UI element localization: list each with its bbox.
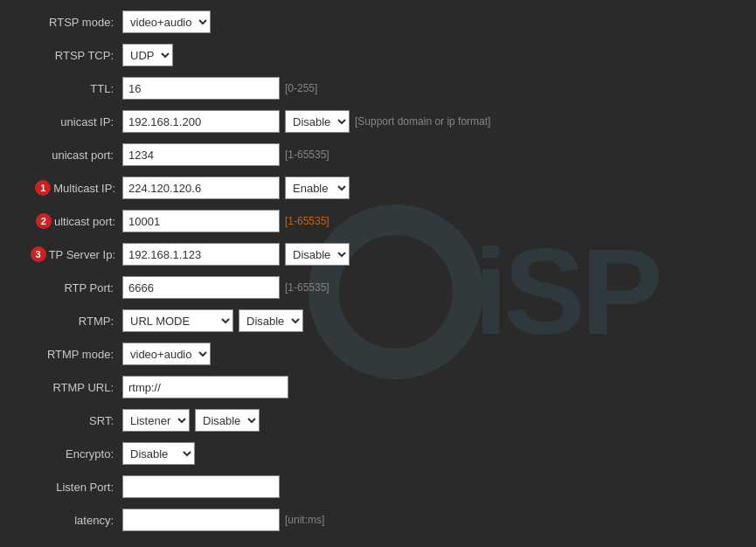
multicast-port-label-group: 2 ulticast port: <box>17 213 122 229</box>
multicast-ip-row: 1 Multicast IP: Enable Disable <box>17 175 739 201</box>
rtp-server-badge: 3 <box>31 246 46 262</box>
rtmp-enable-select[interactable]: Disable Enable <box>239 309 303 332</box>
rtmp-mode-label: RTMP mode: <box>17 348 122 361</box>
multicast-port-label: ulticast port: <box>54 215 115 228</box>
multicast-ip-input[interactable] <box>122 177 280 199</box>
rtmp-url-row: RTMP URL: <box>17 374 739 400</box>
listen-port-row: Listen Port: <box>17 474 739 500</box>
encrypto-select[interactable]: Disable AES-128 AES-256 <box>122 442 195 465</box>
rtmp-url-label: RTMP URL: <box>17 381 122 394</box>
multicast-port-row: 2 ulticast port: [1-65535] <box>17 208 739 234</box>
unicast-ip-input[interactable] <box>122 110 280 133</box>
rtsp-tcp-select[interactable]: UDP TCP <box>122 44 173 66</box>
unicast-port-label: unicast port: <box>17 149 122 162</box>
multicast-port-input[interactable] <box>122 210 280 232</box>
latency-hint: [unit:ms] <box>285 514 324 526</box>
rtp-port-hint: [1-65535] <box>285 281 329 294</box>
latency-label: latency: <box>17 514 122 527</box>
rtp-server-select[interactable]: Disable Enable <box>285 243 350 266</box>
rtsp-tcp-label: RTSP TCP: <box>17 49 122 62</box>
unicast-ip-row: unicast IP: Disable Enable [Support doma… <box>17 108 739 135</box>
unicast-ip-label: unicast IP: <box>17 115 122 128</box>
rtmp-mode-select[interactable]: URL MODE STREAM MODE <box>122 309 233 332</box>
srt-label: SRT: <box>17 414 122 427</box>
ttl-label: TTL: <box>17 82 122 95</box>
rtsp-mode-select[interactable]: video+audio video only audio only <box>122 10 211 33</box>
ttl-hint: [0-255] <box>285 82 317 94</box>
apply-row: Apply 4 <box>17 542 739 547</box>
rtmp-mode-row: RTMP mode: video+audio video only audio … <box>17 341 739 367</box>
ttl-row: TTL: [0-255] <box>17 75 739 101</box>
multicast-port-hint: [1-65535] <box>285 215 329 227</box>
encrypto-row: Encrypto: Disable AES-128 AES-256 <box>17 440 739 467</box>
rtsp-mode-label: RTSP mode: <box>17 16 122 29</box>
rtmp-row: RTMP: URL MODE STREAM MODE Disable Enabl… <box>17 308 739 334</box>
listen-port-input[interactable] <box>122 475 280 498</box>
rtp-server-row: 3 TP Server Ip: Disable Enable <box>17 241 739 267</box>
unicast-ip-select[interactable]: Disable Enable <box>285 110 350 133</box>
rtmp-mode-audio-select[interactable]: video+audio video only audio only <box>122 343 211 365</box>
rtp-port-label: RTP Port: <box>17 281 122 294</box>
srt-row: SRT: Listener Caller Disable Enable <box>17 407 739 433</box>
rtmp-label: RTMP: <box>17 315 122 328</box>
multicast-ip-badge: 1 <box>35 180 51 196</box>
rtp-server-label-group: 3 TP Server Ip: <box>17 246 122 262</box>
unicast-port-row: unicast port: [1-65535] <box>17 142 739 168</box>
encrypto-label: Encrypto: <box>17 447 122 460</box>
rtp-server-input[interactable] <box>122 243 280 266</box>
rtp-port-input[interactable] <box>122 276 280 299</box>
multicast-ip-select[interactable]: Enable Disable <box>285 177 350 199</box>
srt-mode-select[interactable]: Listener Caller <box>122 409 190 432</box>
listen-port-label: Listen Port: <box>17 481 122 494</box>
unicast-ip-hint: [Support domain or ip format] <box>355 115 490 128</box>
rtmp-url-input[interactable] <box>122 376 288 398</box>
rtsp-tcp-row: RTSP TCP: UDP TCP <box>17 42 739 68</box>
multicast-ip-label-group: 1 Multicast IP: <box>17 180 122 196</box>
unicast-port-hint: [1-65535] <box>285 149 329 161</box>
latency-input[interactable] <box>122 509 280 531</box>
rtp-port-row: RTP Port: [1-65535] <box>17 274 739 301</box>
multicast-port-badge: 2 <box>36 213 52 229</box>
rtsp-mode-row: RTSP mode: video+audio video only audio … <box>17 9 739 35</box>
ttl-input[interactable] <box>122 77 280 100</box>
unicast-port-input[interactable] <box>122 143 280 166</box>
rtp-server-label: TP Server Ip: <box>49 248 115 261</box>
multicast-ip-label: Multicast IP: <box>53 182 115 195</box>
latency-row: latency: [unit:ms] <box>17 507 739 533</box>
srt-enable-select[interactable]: Disable Enable <box>195 409 260 432</box>
